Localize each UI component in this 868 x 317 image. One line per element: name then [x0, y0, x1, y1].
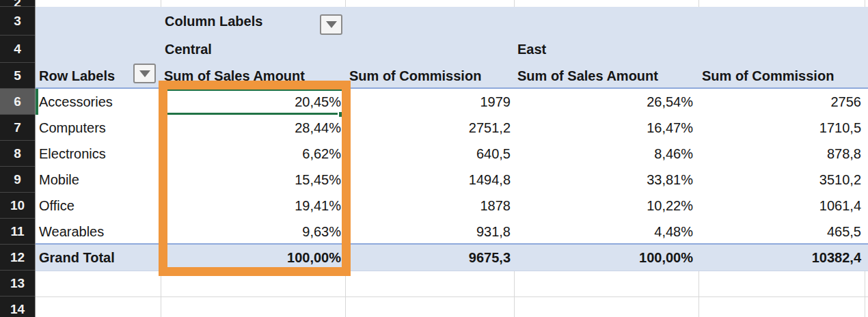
cell-r10-east-sales[interactable]: 10,22% [515, 193, 693, 219]
cell-r12-central-commission-total[interactable]: 9675,3 [347, 245, 511, 271]
gridline [514, 271, 515, 317]
cell-r10-label[interactable]: Office [39, 193, 159, 219]
group-label-east[interactable]: East [517, 36, 546, 63]
cell-r9-east-commission[interactable]: 3510,2 [700, 167, 861, 193]
col-header-central-commission[interactable]: Sum of Commission [349, 63, 481, 89]
col-header-east-commission[interactable]: Sum of Commission [702, 63, 834, 89]
row-header-4[interactable]: 4 [0, 36, 35, 63]
cell-r11-label[interactable]: Wearables [39, 219, 159, 245]
column-labels-caption: Column Labels [165, 7, 262, 36]
cell-r8-central-commission[interactable]: 640,5 [347, 141, 511, 167]
group-label-central[interactable]: Central [165, 36, 212, 63]
gridline [161, 0, 161, 7]
highlight-box [159, 81, 351, 276]
row-header-14[interactable]: 14 [0, 297, 35, 317]
gridline [699, 0, 699, 7]
row-labels-filter-button[interactable] [133, 64, 156, 83]
cell-r10-central-commission[interactable]: 1878 [347, 193, 511, 219]
cell-r9-central-commission[interactable]: 1494,8 [347, 167, 511, 193]
cell-r12-east-sales-total[interactable]: 100,00% [515, 245, 693, 271]
row-header-13[interactable]: 13 [0, 271, 35, 297]
row-header-6-selected[interactable]: 6 [0, 89, 35, 115]
row-header-7[interactable]: 7 [0, 115, 35, 141]
cell-r10-east-commission[interactable]: 1061,4 [700, 193, 861, 219]
gridline [865, 0, 865, 7]
selected-row-indicator [36, 89, 38, 115]
cell-r11-east-sales[interactable]: 4,48% [515, 219, 693, 245]
cell-r9-label[interactable]: Mobile [39, 167, 159, 193]
column-labels-filter-button[interactable] [320, 14, 342, 35]
row-header-8[interactable]: 8 [0, 141, 35, 167]
cell-r7-label[interactable]: Computers [39, 115, 159, 141]
cell-r7-east-sales[interactable]: 16,47% [515, 115, 693, 141]
row-header-12[interactable]: 12 [0, 245, 35, 271]
cell-r12-east-commission-total[interactable]: 10382,4 [700, 245, 861, 271]
row-header-5[interactable]: 5 [0, 63, 35, 89]
cell-r8-east-commission[interactable]: 878,8 [700, 141, 861, 167]
spreadsheet-canvas: Column Labels Central East Row Labels Su… [0, 0, 868, 317]
gridline [865, 271, 865, 317]
row-header-column: 2 3 4 5 6 7 8 9 10 11 12 13 14 [0, 0, 36, 317]
gridline [514, 0, 515, 7]
cell-r6-east-commission[interactable]: 2756 [700, 89, 861, 115]
cell-r8-east-sales[interactable]: 8,46% [515, 141, 693, 167]
cell-r6-east-sales[interactable]: 26,54% [515, 89, 693, 115]
cell-r6-label[interactable]: Accessories [39, 89, 159, 115]
gridline [161, 271, 161, 317]
cell-r11-central-commission[interactable]: 931,8 [347, 219, 511, 245]
chevron-down-icon [139, 70, 150, 77]
gridline [699, 271, 699, 317]
cell-r6-central-commission[interactable]: 1979 [347, 89, 511, 115]
cell-r12-grand-total-label[interactable]: Grand Total [39, 245, 159, 271]
gridline [345, 271, 346, 317]
cell-r11-east-commission[interactable]: 465,5 [700, 219, 861, 245]
chevron-down-icon [326, 21, 337, 28]
row-header-9[interactable]: 9 [0, 167, 35, 193]
cell-r7-east-commission[interactable]: 1710,5 [700, 115, 861, 141]
row-header-11[interactable]: 11 [0, 219, 35, 245]
gridline [345, 0, 346, 7]
row-labels-caption: Row Labels [39, 63, 115, 89]
row-header-10[interactable]: 10 [0, 193, 35, 219]
col-header-east-sales[interactable]: Sum of Sales Amount [517, 63, 658, 89]
cell-r7-central-commission[interactable]: 2751,2 [347, 115, 511, 141]
cell-r9-east-sales[interactable]: 33,81% [515, 167, 693, 193]
row-header-2[interactable]: 2 [0, 0, 35, 7]
row-header-3[interactable]: 3 [0, 7, 35, 36]
gridline [36, 297, 868, 297]
cell-r8-label[interactable]: Electronics [39, 141, 159, 167]
